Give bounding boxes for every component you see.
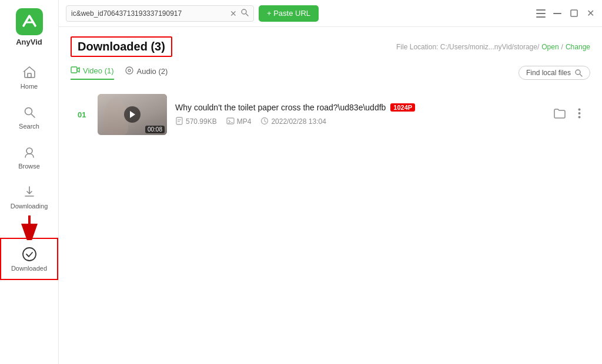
video-info: Why couldn't the toilet paper cross the …	[175, 103, 543, 127]
svg-point-26	[578, 112, 581, 114]
downloaded-icon	[21, 246, 38, 262]
svg-rect-22	[227, 118, 234, 124]
video-tab-icon	[71, 65, 80, 76]
svg-point-25	[578, 108, 581, 110]
svg-point-1	[25, 108, 32, 115]
video-list: 01 00:08	[71, 88, 590, 141]
content-area: Downloaded (3) File Location: C:/Users/m…	[59, 27, 602, 364]
browse-icon	[21, 144, 38, 160]
open-link[interactable]: Open	[541, 43, 558, 51]
sidebar-browse-label: Browse	[18, 163, 40, 170]
quality-badge: 1024P	[390, 103, 415, 112]
svg-rect-14	[71, 67, 77, 73]
app-name: AnyVid	[16, 38, 42, 46]
change-link[interactable]: Change	[566, 43, 590, 51]
open-folder-button[interactable]	[551, 105, 568, 125]
main-content: ic&web_id70643713193337190917 ✕ + Paste …	[59, 0, 602, 364]
file-format: MP4	[237, 117, 252, 126]
more-options-button[interactable]	[576, 106, 583, 124]
svg-rect-0	[28, 73, 31, 77]
home-icon	[21, 64, 38, 80]
svg-line-18	[580, 74, 583, 76]
file-location-label: File Location: C:/Users/moniz...nyVid/st…	[396, 43, 539, 51]
table-row: 01 00:08	[71, 88, 590, 141]
sidebar-search-label: Search	[19, 123, 39, 130]
svg-point-16	[128, 69, 131, 72]
tab-group: Video (1) Audio (2)	[71, 65, 168, 80]
tab-audio[interactable]: Audio (2)	[125, 65, 168, 80]
sidebar-downloaded-label: Downloaded	[11, 265, 47, 272]
minimize-icon[interactable]	[553, 9, 562, 18]
tab-audio-label: Audio (2)	[137, 67, 168, 76]
url-bar: ic&web_id70643713193337190917 ✕	[66, 5, 254, 22]
svg-rect-19	[176, 117, 182, 124]
meta-format: MP4	[226, 117, 252, 127]
sidebar-item-downloaded[interactable]: Downloaded	[0, 238, 58, 280]
clock-icon	[260, 117, 269, 127]
audio-tab-icon	[125, 66, 134, 77]
svg-point-3	[26, 148, 32, 154]
size-icon	[175, 117, 183, 127]
paste-url-label: + Paste URL	[267, 9, 310, 18]
svg-point-27	[578, 116, 581, 118]
app-logo[interactable]	[16, 8, 43, 35]
maximize-icon[interactable]	[569, 9, 578, 18]
page-header: Downloaded (3) File Location: C:/Users/m…	[71, 36, 590, 57]
play-button[interactable]	[124, 106, 141, 123]
svg-point-15	[126, 67, 133, 74]
window-controls: ✕	[536, 9, 595, 18]
video-title-row: Why couldn't the toilet paper cross the …	[175, 103, 543, 112]
tab-video[interactable]: Video (1)	[71, 65, 114, 80]
sidebar-item-downloading[interactable]: Downloading	[0, 177, 58, 217]
svg-line-2	[31, 114, 35, 118]
find-local-label: Find local files	[526, 69, 571, 77]
svg-line-8	[246, 14, 249, 16]
duration-badge: 00:08	[145, 126, 165, 133]
url-text: ic&web_id70643713193337190917	[71, 9, 226, 18]
sidebar-item-search[interactable]: Search	[0, 97, 58, 137]
meta-size: 570.99KB	[175, 117, 217, 127]
downloading-icon	[21, 184, 38, 200]
svg-rect-10	[536, 13, 546, 14]
video-title: Why couldn't the toilet paper cross the …	[175, 103, 386, 112]
meta-date: 2022/02/28 13:04	[260, 117, 326, 127]
paste-url-button[interactable]: + Paste URL	[259, 5, 319, 22]
svg-rect-9	[536, 9, 546, 11]
svg-rect-11	[536, 16, 546, 18]
svg-rect-13	[571, 10, 577, 16]
svg-point-17	[576, 70, 580, 75]
search-icon	[21, 104, 38, 120]
video-actions	[551, 105, 583, 125]
close-icon[interactable]: ✕	[586, 9, 595, 18]
svg-point-6	[23, 248, 36, 261]
url-search-icon[interactable]	[240, 8, 249, 18]
item-number: 01	[78, 110, 89, 119]
titlebar: ic&web_id70643713193337190917 ✕ + Paste …	[59, 0, 602, 27]
find-local-button[interactable]: Find local files	[519, 66, 590, 80]
sidebar-downloading-label: Downloading	[11, 203, 48, 210]
file-size: 570.99KB	[186, 117, 217, 126]
file-location: File Location: C:/Users/moniz...nyVid/st…	[396, 43, 590, 51]
url-close-icon[interactable]: ✕	[230, 9, 237, 18]
sidebar-home-label: Home	[21, 83, 38, 90]
sidebar-item-browse[interactable]: Browse	[0, 137, 58, 177]
hamburger-icon[interactable]	[536, 9, 546, 18]
svg-point-7	[242, 9, 246, 14]
video-thumbnail[interactable]: 00:08	[98, 94, 167, 135]
logo-area: AnyVid	[0, 0, 58, 57]
sidebar-item-home[interactable]: Home	[0, 57, 58, 97]
svg-rect-12	[553, 13, 561, 14]
tabs-bar: Video (1) Audio (2) Find local files	[71, 65, 590, 80]
page-title: Downloaded (3)	[71, 36, 172, 57]
file-date: 2022/02/28 13:04	[271, 117, 326, 126]
video-meta: 570.99KB MP4 2022/02/28 13	[175, 117, 543, 127]
sidebar: AnyVid Home Search Browse	[0, 0, 59, 364]
tab-video-label: Video (1)	[83, 66, 114, 75]
format-icon	[226, 117, 235, 127]
